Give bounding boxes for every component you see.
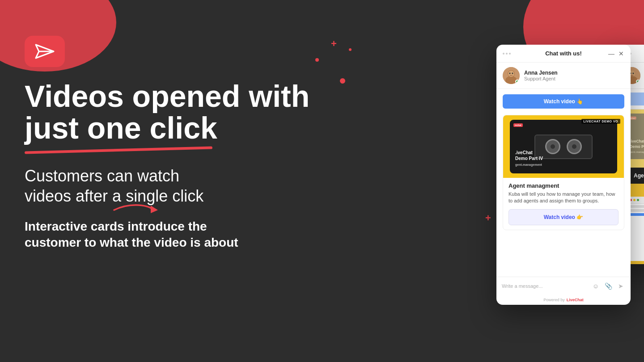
- header-controls: — ✕: [608, 51, 624, 57]
- agent-info: Anna Jensen Support Agent: [524, 70, 558, 81]
- watch-video-button[interactable]: Watch video 👉: [508, 209, 619, 225]
- svg-point-5: [508, 71, 514, 77]
- attach-button[interactable]: 📎: [604, 282, 613, 290]
- decorative-plus-1: +: [331, 38, 337, 50]
- chat-title: Chat with us!: [545, 50, 582, 57]
- online-indicator: [515, 80, 519, 84]
- video-card-body: Agent managment Kuba will tell you how t…: [503, 178, 624, 230]
- send-icon: [34, 42, 56, 60]
- minimize-button[interactable]: —: [608, 51, 614, 57]
- agent-name: Anna Jensen: [524, 70, 558, 76]
- main-headline: Videos opened with just one click: [25, 80, 329, 144]
- svg-marker-13: [151, 206, 158, 213]
- decorative-plus-2: +: [485, 212, 491, 224]
- chat-header: Chat with us! — ✕: [496, 45, 631, 63]
- video-card: mchat .iveChatDemo Part IVgent.managemen…: [503, 115, 624, 230]
- decorative-dot-2: [340, 78, 345, 84]
- left-panel: Videos opened with just one click Custom…: [25, 36, 329, 251]
- agent-row: Anna Jensen Support Agent: [496, 63, 631, 89]
- svg-point-7: [512, 73, 513, 74]
- chat-window-main: Chat with us! — ✕: [496, 45, 631, 305]
- cassette-label: mchat: [513, 123, 523, 127]
- cassette-illustration: mchat .iveChatDemo Part IVgent.managemen…: [510, 120, 617, 173]
- sub-headline: Customers can watch videos after a singl…: [25, 166, 329, 206]
- chat-body: Watch video 👆 mchat .iveChatDemo Part IV…: [496, 89, 631, 277]
- emoji-button[interactable]: ☺: [591, 282, 600, 290]
- headline-underline: [25, 146, 212, 154]
- arrow-indicator: [110, 199, 163, 223]
- powered-by: Powered by LiveChat: [496, 295, 631, 305]
- video-thumbnail: mchat .iveChatDemo Part IVgent.managemen…: [503, 115, 624, 178]
- video-card-title: Agent managment: [508, 182, 619, 189]
- dot-2: [506, 53, 508, 55]
- secondary-cassette-title: .iveChatDemo Part IVgent.management: [630, 139, 644, 154]
- demo-badge: LIVECHAT DEMO VO: [581, 119, 620, 124]
- header-dots: [503, 53, 511, 55]
- cassette-window: [534, 135, 593, 159]
- description: Interactive cards introduce the customer…: [25, 219, 329, 251]
- logo-badge: [25, 36, 65, 67]
- agent-role: Support Agent: [524, 76, 558, 81]
- dot-3: [509, 53, 511, 55]
- avatar: [503, 67, 520, 84]
- svg-point-6: [509, 73, 511, 74]
- decorative-dot-3: [349, 48, 352, 51]
- livechat-brand: LiveChat: [567, 298, 584, 302]
- dot-1: [503, 53, 504, 55]
- watch-video-top-button[interactable]: Watch video 👆: [503, 94, 624, 109]
- video-card-desc: Kuba will tell you how to manage your te…: [508, 191, 619, 205]
- send-button[interactable]: ➤: [616, 282, 625, 290]
- cassette-reel-left: [545, 139, 560, 154]
- close-button[interactable]: ✕: [618, 51, 624, 57]
- chat-input-row: Write a message... ☺ 📎 ➤: [496, 277, 631, 295]
- cassette-title: .iveChatDemo Part IVgent.management: [515, 150, 543, 167]
- secondary-online-indicator: [636, 80, 640, 84]
- input-placeholder: Write a message...: [502, 283, 588, 289]
- arrow-svg: [110, 199, 163, 221]
- cassette-reel-right: [567, 139, 582, 154]
- chat-windows-container: Chat with us! — ✕: [496, 45, 631, 305]
- svg-point-11: [633, 73, 634, 74]
